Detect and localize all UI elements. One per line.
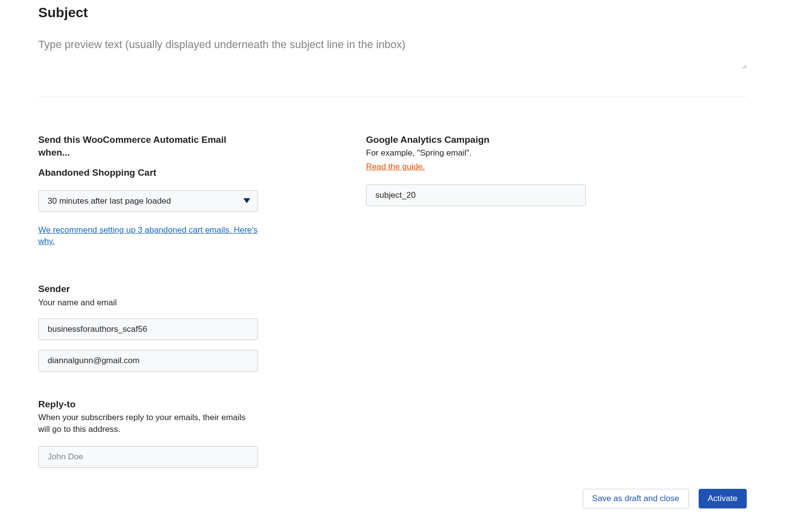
left-column: Send this WooCommerce Automatic Email wh… xyxy=(38,133,258,468)
subject-input[interactable] xyxy=(38,5,747,21)
ga-campaign-input[interactable] xyxy=(366,185,586,206)
ga-title: Google Analytics Campaign xyxy=(366,133,586,147)
trigger-subtitle: Abandoned Shopping Cart xyxy=(38,166,258,180)
trigger-timing-select[interactable]: 30 minutes after last page loaded xyxy=(38,190,258,212)
sender-email-input[interactable] xyxy=(38,350,258,372)
ga-example: For example, "Spring email". xyxy=(366,147,586,159)
ga-guide-link[interactable]: Read the guide. xyxy=(366,161,425,173)
recommendation-link[interactable]: We recommend setting up 3 abandoned cart… xyxy=(38,224,258,248)
reply-to-title: Reply-to xyxy=(38,398,258,411)
sender-helper: Your name and email xyxy=(38,297,258,309)
preview-text-textarea[interactable] xyxy=(38,38,747,69)
reply-to-helper: When your subscribers reply to your emai… xyxy=(38,412,258,435)
trigger-title: Send this WooCommerce Automatic Email wh… xyxy=(38,133,258,160)
reply-to-name-input[interactable] xyxy=(38,446,258,468)
right-column: Google Analytics Campaign For example, "… xyxy=(366,133,586,468)
sender-name-input[interactable] xyxy=(38,319,258,340)
sender-title: Sender xyxy=(38,283,258,296)
